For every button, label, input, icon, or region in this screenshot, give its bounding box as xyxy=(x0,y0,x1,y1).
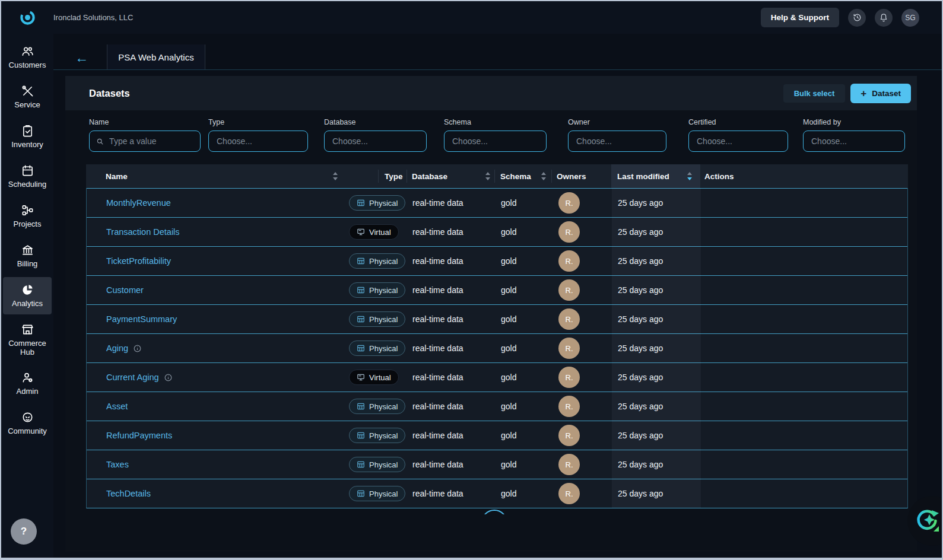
owner-avatar[interactable]: R. xyxy=(558,367,580,388)
table-row[interactable]: MonthlyRevenuePhysicalreal-time datagold… xyxy=(87,188,907,217)
table-row[interactable]: RefundPaymentsPhysicalreal-time datagold… xyxy=(87,421,907,450)
sidebar-item-customers[interactable]: Customers xyxy=(3,39,52,76)
filter-owner-field[interactable] xyxy=(575,136,659,147)
scroll-pagination-button[interactable] xyxy=(481,510,507,514)
table-row[interactable]: AgingPhysicalreal-time datagoldR.25 days… xyxy=(87,333,907,362)
dataset-name-link[interactable]: Transaction Details xyxy=(106,227,180,237)
table-row[interactable]: AssetPhysicalreal-time datagoldR.25 days… xyxy=(87,392,907,421)
filter-schema-select[interactable] xyxy=(444,131,547,152)
filter-bar: NameTypeDatabaseSchemaOwnerCertifiedModi… xyxy=(65,110,917,164)
cell-owners: R. xyxy=(552,454,612,475)
notifications-button[interactable] xyxy=(875,9,893,27)
cell-schema: gold xyxy=(495,373,552,382)
filter-modified-by-field[interactable] xyxy=(810,136,898,147)
table-row[interactable]: Transaction DetailsVirtualreal-time data… xyxy=(87,217,907,246)
sidebar-item-label: Service xyxy=(14,101,40,110)
sort-button-database[interactable] xyxy=(485,171,491,181)
sidebar-item-inventory[interactable]: Inventory xyxy=(3,118,52,155)
table-row[interactable]: TaxesPhysicalreal-time datagoldR.25 days… xyxy=(87,450,907,479)
filter-database-field[interactable] xyxy=(331,136,420,147)
dataset-name-link[interactable]: Taxes xyxy=(106,460,129,469)
filter-type-field[interactable] xyxy=(215,136,301,147)
info-icon-button[interactable] xyxy=(164,373,173,382)
back-button[interactable]: ← xyxy=(71,50,92,65)
cell-name: TicketProfitability xyxy=(87,256,342,266)
sidebar-item-service[interactable]: Service xyxy=(3,78,52,116)
sort-button-name[interactable] xyxy=(332,171,338,181)
filter-owner-select[interactable] xyxy=(568,131,666,152)
dataset-name-link[interactable]: TechDetails xyxy=(106,489,151,498)
owner-avatar[interactable]: R. xyxy=(558,483,580,504)
history-button[interactable] xyxy=(848,9,866,27)
owner-avatar[interactable]: R. xyxy=(558,221,580,243)
type-badge-label: Physical xyxy=(369,344,398,353)
filter-name-field[interactable] xyxy=(108,136,193,147)
header-actions: Bulk select + Dataset xyxy=(783,84,911,103)
dataset-name-link[interactable]: MonthlyRevenue xyxy=(106,198,171,208)
table-row[interactable]: Current AgingVirtualreal-time datagoldR.… xyxy=(87,362,907,392)
info-icon xyxy=(133,344,142,353)
filter-modified-by-select[interactable] xyxy=(803,131,905,152)
cell-database: real-time data xyxy=(407,314,495,324)
sidebar-item-commerce-hub[interactable]: Commerce Hub xyxy=(3,317,52,363)
owner-avatar[interactable]: R. xyxy=(558,279,580,301)
filter-certified-field[interactable] xyxy=(696,136,781,147)
dataset-name-link[interactable]: PaymentSummary xyxy=(106,314,177,324)
dataset-name-link[interactable]: Customer xyxy=(106,285,144,295)
filter-database-select[interactable] xyxy=(324,131,427,152)
filter-schema-field[interactable] xyxy=(451,136,539,147)
owner-avatar[interactable]: R. xyxy=(558,425,580,446)
cell-last-modified: 25 days ago xyxy=(612,460,701,469)
sidebar-item-projects[interactable]: Projects xyxy=(3,198,52,235)
sidebar-item-analytics[interactable]: Analytics xyxy=(3,277,52,314)
table-grid-icon xyxy=(357,315,365,323)
owner-avatar[interactable]: R. xyxy=(558,250,580,272)
table-row[interactable]: TicketProfitabilityPhysicalreal-time dat… xyxy=(87,246,907,275)
sort-button-last-modified[interactable] xyxy=(687,171,693,181)
owner-avatar[interactable]: R. xyxy=(558,454,580,475)
help-support-button[interactable]: Help & Support xyxy=(761,8,839,27)
sidebar-item-admin[interactable]: Admin xyxy=(3,365,52,402)
column-header-name[interactable]: Name xyxy=(106,172,128,181)
owner-avatar[interactable]: R. xyxy=(558,192,580,214)
owner-avatar[interactable]: R. xyxy=(558,338,580,359)
cell-schema: gold xyxy=(495,285,552,295)
dataset-name-link[interactable]: Aging xyxy=(106,343,128,353)
sort-button-schema[interactable] xyxy=(541,171,547,181)
cell-database: real-time data xyxy=(407,343,495,353)
sidebar-item-scheduling[interactable]: Scheduling xyxy=(3,158,52,195)
help-button[interactable]: ? xyxy=(11,518,37,545)
sidebar-item-label: Scheduling xyxy=(8,180,46,189)
dataset-name-link[interactable]: Asset xyxy=(106,402,128,411)
cell-database: real-time data xyxy=(407,373,495,382)
cell-name: TechDetails xyxy=(87,489,342,498)
column-header-last-modified[interactable]: Last modified xyxy=(617,172,669,181)
owner-avatar[interactable]: R. xyxy=(558,308,580,330)
dataset-name-link[interactable]: Current Aging xyxy=(106,373,159,382)
filter-certified-select[interactable] xyxy=(688,131,788,152)
dataset-name-link[interactable]: RefundPayments xyxy=(106,431,172,440)
sidebar-item-billing[interactable]: Billing xyxy=(3,237,52,275)
table-body: MonthlyRevenuePhysicalreal-time datagold… xyxy=(86,188,908,508)
filter-name-input[interactable] xyxy=(89,131,201,152)
dataset-name-link[interactable]: TicketProfitability xyxy=(106,256,171,266)
app-logo[interactable] xyxy=(1,9,53,26)
table-row[interactable]: CustomerPhysicalreal-time datagoldR.25 d… xyxy=(87,275,907,304)
user-avatar[interactable]: SG xyxy=(901,9,919,27)
tab-psa-web-analytics[interactable]: PSA Web Analytics xyxy=(107,44,205,69)
filter-owner: Owner xyxy=(568,118,666,152)
type-badge-label: Physical xyxy=(369,199,398,208)
back-arrow-icon: ← xyxy=(75,50,88,65)
filter-type-select[interactable] xyxy=(208,131,308,152)
sidebar-item-community[interactable]: Community xyxy=(3,405,52,442)
table-row[interactable]: TechDetailsPhysicalreal-time datagoldR.2… xyxy=(87,479,907,508)
table-row[interactable]: PaymentSummaryPhysicalreal-time datagold… xyxy=(87,304,907,333)
info-icon-button[interactable] xyxy=(133,344,142,353)
owner-avatar[interactable]: R. xyxy=(558,396,580,417)
bulk-select-button[interactable]: Bulk select xyxy=(783,84,846,103)
column-header-database[interactable]: Database xyxy=(412,172,447,181)
column-header-schema[interactable]: Schema xyxy=(500,172,531,181)
cell-name: Aging xyxy=(87,343,342,353)
add-dataset-button[interactable]: + Dataset xyxy=(850,84,911,103)
table-header: NameTypeDatabaseSchemaOwnersLast modifie… xyxy=(86,164,908,188)
